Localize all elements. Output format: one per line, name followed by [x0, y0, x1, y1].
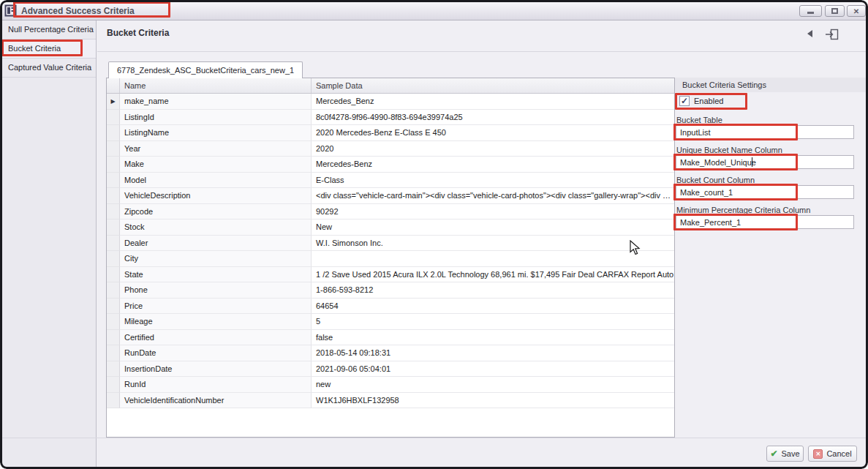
grid-column-header-sample-data[interactable]: Sample Data: [312, 78, 674, 93]
text-caret: [752, 157, 752, 167]
cell-value[interactable]: false: [312, 330, 674, 346]
cell-value[interactable]: New: [312, 220, 674, 236]
table-row[interactable]: InsertionDate 2021-09-06 05:04:01: [107, 361, 674, 378]
cell-name[interactable]: Certified: [120, 330, 312, 346]
cell-name[interactable]: Stock: [120, 220, 312, 236]
cell-name[interactable]: VehicleDescription: [120, 188, 312, 204]
unique-bucket-name-column-input[interactable]: [676, 155, 854, 169]
cell-value[interactable]: 90292: [312, 204, 674, 220]
page-title: Bucket Criteria: [107, 28, 169, 38]
table-row[interactable]: ListingId 8c0f4278-9f96-4990-8f83-694e39…: [107, 110, 674, 126]
table-row[interactable]: Dealer W.I. Simonson Inc.: [107, 236, 674, 252]
cell-name[interactable]: ListingName: [120, 125, 312, 141]
cell-value[interactable]: 2020 Mercedes-Benz E-Class E 450: [312, 125, 674, 141]
cell-value[interactable]: [312, 251, 674, 267]
cell-value[interactable]: 2018-05-14 09:18:31: [312, 345, 674, 361]
cell-name[interactable]: Price: [120, 299, 312, 315]
table-row[interactable]: Zipcode 90292: [107, 204, 674, 220]
minimize-icon: [807, 12, 814, 14]
enabled-checkbox[interactable]: ✓: [679, 96, 690, 106]
cell-name[interactable]: Year: [120, 141, 312, 157]
cell-name[interactable]: make_name: [120, 94, 312, 110]
table-row[interactable]: ▶ make_name Mercedes_Benz: [107, 94, 674, 110]
dock-panel-icon[interactable]: [825, 28, 839, 41]
table-row[interactable]: Certified false: [107, 330, 674, 346]
sidebar: Null Percentage Criteria Bucket Criteria…: [2, 20, 97, 467]
cell-value[interactable]: Mercedes_Benz: [312, 94, 674, 110]
cell-name[interactable]: City: [120, 251, 312, 267]
cell-value[interactable]: new: [312, 377, 674, 393]
close-icon: ✕: [853, 7, 859, 15]
enabled-label: Enabled: [694, 97, 723, 105]
sidebar-item-bucket-criteria[interactable]: Bucket Criteria: [2, 40, 96, 59]
cell-name[interactable]: Make: [120, 157, 312, 173]
cell-value[interactable]: 2020: [312, 141, 674, 157]
cell-name[interactable]: VehicleIdentificationNumber: [120, 393, 312, 409]
row-indicator: [107, 282, 120, 299]
table-row[interactable]: RunDate 2018-05-14 09:18:31: [107, 345, 674, 361]
minimum-percentage-criteria-column-input[interactable]: [676, 215, 854, 229]
tab-bucket-criteria-dataset[interactable]: 6778_Zendesk_ASC_BucketCriteria_cars_new…: [108, 61, 303, 78]
cancel-button-label: Cancel: [826, 449, 851, 458]
cell-value[interactable]: 64654: [312, 299, 674, 315]
cancel-button[interactable]: ✕ Cancel: [808, 446, 857, 462]
row-indicator: [107, 173, 120, 189]
table-row[interactable]: Model E-Class: [107, 173, 674, 189]
grid-column-header-name[interactable]: Name: [120, 78, 312, 93]
row-indicator: [107, 267, 120, 283]
collapse-left-icon[interactable]: [807, 30, 812, 37]
save-button-label: Save: [781, 449, 799, 458]
bucket-count-column-input[interactable]: [676, 185, 854, 199]
close-button[interactable]: ✕: [847, 5, 866, 17]
table-row[interactable]: Year 2020: [107, 141, 674, 157]
cell-name[interactable]: InsertionDate: [120, 361, 312, 378]
sidebar-item-null-percentage-criteria[interactable]: Null Percentage Criteria: [2, 20, 96, 40]
sample-table-body: ▶ make_name Mercedes_Benz ListingId 8c0f…: [107, 94, 674, 408]
unique-bucket-name-column-label: Unique Bucket Name Column: [676, 146, 782, 154]
cell-value[interactable]: E-Class: [312, 173, 674, 189]
row-indicator: [107, 377, 120, 393]
enabled-checkbox-row[interactable]: ✓ Enabled: [679, 96, 723, 106]
cell-name[interactable]: Mileage: [120, 314, 312, 330]
bucket-count-column-label: Bucket Count Column: [676, 176, 755, 184]
minimum-percentage-criteria-column-label: Minimum Percentage Criteria Column: [676, 206, 810, 214]
row-indicator: [107, 393, 120, 409]
cell-value[interactable]: 8c0f4278-9f96-4990-8f83-694e39974a25: [312, 110, 674, 126]
bucket-table-label: Bucket Table: [676, 116, 722, 124]
minimize-button[interactable]: [799, 5, 822, 17]
cell-value[interactable]: Mercedes-Benz: [312, 157, 674, 173]
table-row[interactable]: State 1 /2 Save Used 2015 Acura ILX 2.0L…: [107, 267, 674, 283]
cell-name[interactable]: ListingId: [120, 110, 312, 126]
table-row[interactable]: Price 64654: [107, 299, 674, 315]
sidebar-item-captured-value-criteria[interactable]: Captured Value Criteria: [2, 59, 96, 78]
table-row[interactable]: RunId new: [107, 377, 674, 393]
cell-value[interactable]: <div class="vehicle-card-main"><div clas…: [312, 188, 674, 204]
save-button[interactable]: ✔ Save: [766, 446, 804, 462]
table-row[interactable]: Stock New: [107, 220, 674, 236]
table-row[interactable]: Phone 1-866-593-8212: [107, 282, 674, 299]
cell-name[interactable]: State: [120, 267, 312, 283]
row-indicator: [107, 110, 120, 126]
table-row[interactable]: VehicleIdentificationNumber W1K1J6HBXLF1…: [107, 393, 674, 409]
cell-value[interactable]: 1-866-593-8212: [312, 282, 674, 299]
table-row[interactable]: VehicleDescription <div class="vehicle-c…: [107, 188, 674, 204]
cell-value[interactable]: 5: [312, 314, 674, 330]
cell-name[interactable]: Zipcode: [120, 204, 312, 220]
cell-value[interactable]: 1 /2 Save Used 2015 Acura ILX 2.0L Techn…: [312, 267, 674, 283]
cell-name[interactable]: Dealer: [120, 236, 312, 252]
table-row[interactable]: ListingName 2020 Mercedes-Benz E-Class E…: [107, 125, 674, 141]
bucket-table-input[interactable]: [676, 125, 854, 139]
cell-name[interactable]: Phone: [120, 282, 312, 299]
cell-name[interactable]: RunId: [120, 377, 312, 393]
maximize-button[interactable]: [825, 5, 845, 17]
cell-value[interactable]: W.I. Simonson Inc.: [312, 236, 674, 252]
cell-name[interactable]: RunDate: [120, 345, 312, 361]
cancel-x-icon: ✕: [813, 449, 823, 459]
cell-name[interactable]: Model: [120, 173, 312, 189]
cell-value[interactable]: W1K1J6HBXLF132958: [312, 393, 674, 409]
table-row[interactable]: Mileage 5: [107, 314, 674, 330]
footer-divider: [2, 438, 866, 438]
table-row[interactable]: City: [107, 251, 674, 267]
cell-value[interactable]: 2021-09-06 05:04:01: [312, 361, 674, 378]
table-row[interactable]: Make Mercedes-Benz: [107, 157, 674, 173]
